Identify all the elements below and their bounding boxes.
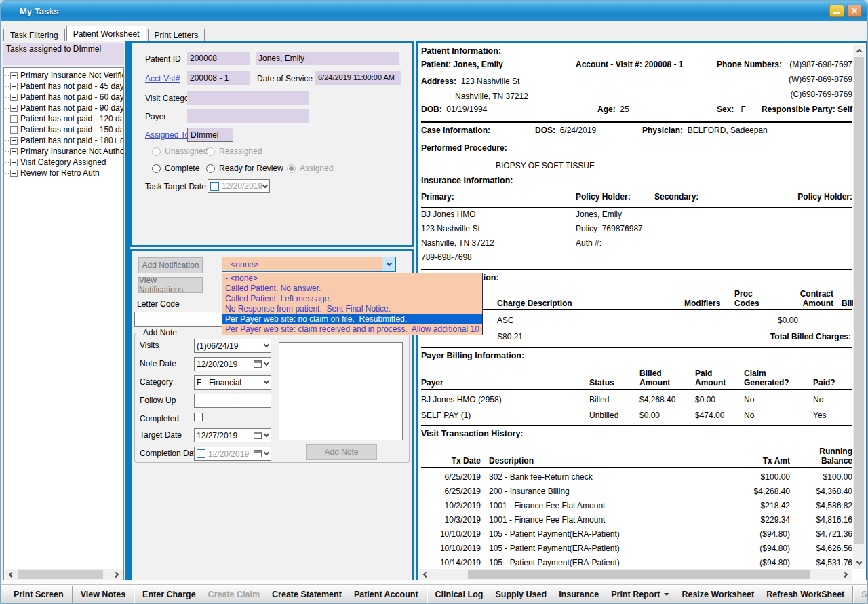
completed-checkbox[interactable]	[194, 413, 203, 421]
tree-item[interactable]: Patient has not paid - 60 days	[5, 92, 123, 102]
scroll-right-icon[interactable]	[111, 569, 123, 580]
tree-item[interactable]: Patient has not paid - 120 days	[5, 113, 123, 124]
expand-plus-icon[interactable]	[10, 94, 18, 101]
note-text-area[interactable]	[279, 342, 403, 440]
dropdown-option[interactable]: Called Patient. Left message.	[222, 294, 482, 304]
payer-field[interactable]	[187, 109, 309, 123]
toolbar-button[interactable]: Enter Charge	[134, 586, 202, 603]
payer-billed: $0.00	[639, 411, 695, 420]
expand-plus-icon[interactable]	[10, 83, 18, 90]
visit-category-field[interactable]	[187, 91, 309, 105]
dropdown-option-label: Called Patient. Left message.	[225, 294, 332, 303]
toolbar-button[interactable]: Supply Used	[489, 586, 553, 603]
tab[interactable]: Patient Worksheet	[66, 26, 146, 41]
radio-option[interactable]: Ready for Review	[206, 164, 287, 173]
add-note-button[interactable]: Add Note	[306, 444, 377, 460]
visits-value: (1)06/24/19	[197, 341, 264, 351]
view-notifications-button[interactable]: View Notifications	[138, 277, 203, 293]
toolbar-button[interactable]: Patient Account	[348, 586, 425, 603]
date-enable-checkbox[interactable]	[197, 449, 205, 458]
scroll-up-icon[interactable]	[853, 45, 865, 56]
visits-combobox[interactable]: (1)06/24/19	[194, 339, 271, 353]
scroll-right-icon[interactable]	[840, 569, 852, 580]
policy-holder-line: Jones, Emily	[576, 210, 643, 224]
toolbar-button[interactable]: Insurance	[553, 586, 605, 603]
title-bar: My Tasks ✕	[1, 1, 867, 21]
patient-id-field[interactable]: 200008	[187, 52, 250, 65]
tree-item[interactable]: Primary Insurance Not Authorized	[5, 146, 123, 157]
splitter[interactable]	[125, 41, 130, 582]
close-button[interactable]: ✕	[847, 5, 862, 17]
scrollbar-thumb[interactable]	[468, 570, 810, 579]
payer-header-row: Payer Status Billed Amount Paid Amount C…	[421, 364, 852, 388]
payer-paid: $0.00	[695, 395, 744, 404]
tree-item[interactable]: Primary Insurance Not Verified	[5, 70, 123, 81]
dropdown-option[interactable]: No Response from patient. Sent Final Not…	[222, 304, 482, 314]
notification-combobox[interactable]: - <none>	[222, 257, 396, 272]
toolbar-button[interactable]: Resize Worksheet	[675, 586, 760, 603]
scrollbar-thumb[interactable]	[854, 57, 864, 544]
tree-item[interactable]: Patient has not paid - 180+ days	[5, 135, 123, 146]
patient-name-field[interactable]: Jones, Emily	[256, 52, 399, 65]
toolbar-button[interactable]: Print Screen	[7, 586, 70, 603]
follow-up-input[interactable]	[194, 394, 271, 408]
acct-vst-link[interactable]: Acct-Vst#	[145, 74, 180, 83]
expand-plus-icon[interactable]	[10, 115, 18, 123]
patient-information-title: Patient Information:	[421, 46, 852, 60]
tree-item[interactable]: Review for Retro Auth	[5, 168, 123, 178]
category-combobox[interactable]: F - Financial	[194, 375, 271, 390]
note-date-picker[interactable]: 12/20/2019	[194, 357, 271, 371]
add-notification-button[interactable]: Add Notification	[138, 257, 203, 273]
sidebar-horizontal-scrollbar[interactable]	[5, 569, 123, 580]
expand-plus-icon[interactable]	[10, 126, 18, 134]
tree-item[interactable]: Visit Category Assigned	[5, 157, 123, 168]
toolbar-button[interactable]: Refresh WorkSheet	[760, 586, 850, 603]
date-enable-checkbox[interactable]	[210, 182, 219, 191]
completion-date-picker[interactable]: 12/20/2019	[194, 447, 271, 461]
scroll-left-icon[interactable]	[5, 569, 16, 580]
expand-plus-icon[interactable]	[10, 137, 18, 145]
expand-plus-icon[interactable]	[10, 105, 18, 112]
acct-vst-field[interactable]: 200008 - 1	[187, 71, 250, 85]
target-date-picker[interactable]: 12/27/2019	[194, 428, 271, 442]
worksheet-content: Patient Information: Patient: Jones, Emi…	[421, 46, 852, 582]
radio-label: Ready for Review	[219, 164, 283, 173]
date-of-service-field[interactable]: 6/24/2019 11:00:00 AM	[315, 71, 401, 85]
scrollbar-thumb[interactable]	[18, 570, 103, 579]
responsible-party-value: Self	[837, 105, 852, 114]
tab[interactable]: Print Letters	[148, 29, 205, 41]
worksheet-vertical-scrollbar[interactable]	[853, 45, 865, 569]
category-label: Category	[140, 377, 173, 387]
toolbar-button[interactable]: Create Statement	[266, 586, 348, 603]
expand-plus-icon[interactable]	[10, 159, 18, 166]
assigned-to-link[interactable]: Assigned To	[145, 130, 189, 140]
scroll-down-icon[interactable]	[853, 557, 865, 569]
expand-plus-icon[interactable]	[10, 170, 18, 177]
scroll-left-icon[interactable]	[419, 569, 431, 580]
phone-work: (W)697-869-8769	[789, 75, 852, 84]
tree-item-label: Patient has not paid - 150 days	[20, 125, 123, 134]
combo-dropdown-button[interactable]	[382, 257, 395, 271]
toolbar-button[interactable]: View Notes	[72, 586, 132, 603]
tree-item[interactable]: Patient has not paid - 150 days	[5, 124, 123, 135]
dropdown-option[interactable]: Per Payer web site: no claim on file. Re…	[222, 314, 482, 324]
minimize-button[interactable]	[829, 5, 844, 17]
worksheet-horizontal-scrollbar[interactable]	[419, 569, 852, 580]
assigned-to-field[interactable]: DImmel	[187, 128, 233, 142]
expand-plus-icon[interactable]	[10, 148, 18, 155]
dropdown-option[interactable]: Per Payer web site: claim received and i…	[222, 324, 482, 335]
dropdown-option[interactable]: - <none>	[222, 273, 482, 284]
toolbar-button[interactable]: Clinical Log	[427, 586, 490, 603]
transaction-rows: 6/25/2019 302 - Bank fee-Return check $1…	[421, 470, 852, 582]
toolbar-button[interactable]: Print Report	[605, 586, 675, 603]
expand-plus-icon[interactable]	[10, 72, 18, 79]
dropdown-option[interactable]: Called Patient. No answer.	[222, 284, 482, 294]
tree-item[interactable]: Patient has not paid - 90 days	[5, 102, 123, 113]
patient-id-label: Patient ID	[145, 54, 181, 64]
tab-strip: Task FilteringPatient WorksheetPrint Let…	[3, 26, 206, 41]
tree-item[interactable]: Patient has not paid - 45 days	[5, 81, 123, 92]
task-target-date-picker[interactable]: 12/20/2019	[208, 179, 270, 193]
radio-option[interactable]: Complete	[152, 164, 206, 173]
tab[interactable]: Task Filtering	[3, 29, 65, 41]
payer-billed: $4,268.40	[639, 395, 695, 404]
